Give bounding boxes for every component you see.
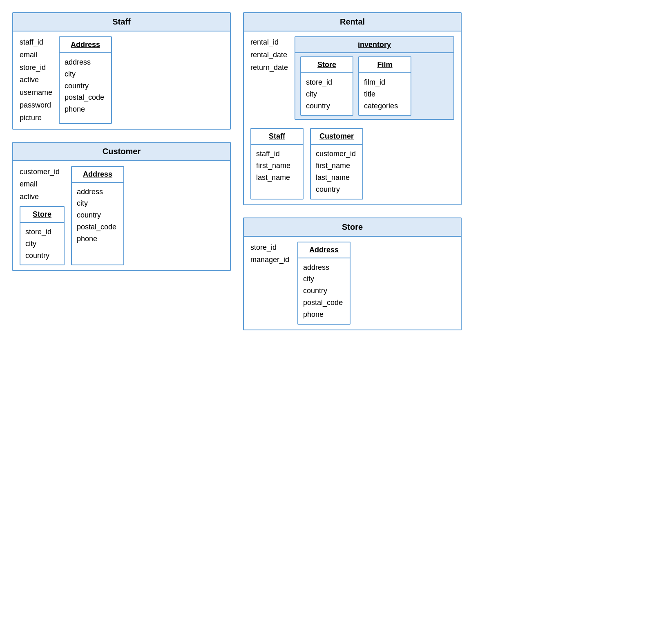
rental-top-fields: rental_id rental_date return_date [250,36,288,73]
rental-staff-title: Staff [251,129,303,145]
inventory-film-fields: film_id title categories [359,73,411,115]
rental-customer-fields: customer_id first_name last_name country [311,145,362,198]
customer-field-1: email [20,178,65,190]
customer-field-0: customer_id [20,166,65,178]
staff-address-title: Address [60,37,111,53]
store-title: Store [244,218,461,237]
rental-entity: Rental rental_id rental_date return_date… [243,12,462,205]
staff-field-0: staff_id [20,36,52,48]
staff-address-entity: Address address city country postal_code… [59,36,112,124]
staff-title: Staff [13,13,230,31]
inventory-film-entity: Film film_id title categories [358,56,411,116]
diagram: Staff staff_id email store_id active use… [12,12,462,330]
rental-customer-entity: Customer customer_id first_name last_nam… [310,128,363,199]
staff-fields: staff_id email store_id active username … [20,36,52,124]
inventory-film-title: Film [359,57,411,73]
rental-staff-fields: staff_id first_name last_name [251,145,303,186]
staff-field-6: picture [20,112,52,124]
store-entity: Store store_id manager_id Address addres… [243,217,462,330]
staff-field-1: email [20,49,52,61]
store-fields: store_id manager_id [250,242,289,325]
customer-field-2: active [20,191,65,203]
store-body: store_id manager_id Address address city… [244,237,461,330]
staff-field-3: active [20,74,52,86]
store-address-fields: address city country postal_code phone [298,258,350,324]
inventory-body: Store store_id city country Film [295,53,453,119]
rental-staff-entity: Staff staff_id first_name last_name [250,128,304,199]
customer-entity: Customer customer_id email active Store … [12,142,231,271]
right-column: Rental rental_id rental_date return_date… [243,12,462,330]
customer-address-title: Address [72,167,123,183]
inventory-store-entity: Store store_id city country [300,56,353,116]
rental-top: rental_id rental_date return_date invent… [250,36,454,120]
customer-body: customer_id email active Store store_id … [13,161,230,271]
staff-field-2: store_id [20,62,52,74]
staff-body: staff_id email store_id active username … [13,31,230,129]
inventory-store-fields: store_id city country [301,73,353,115]
inventory-entity: inventory Store store_id city country [295,36,454,120]
customer-address-fields: address city country postal_code phone [72,183,123,248]
customer-fields: customer_id email active [20,166,65,203]
customer-address-entity: Address address city country postal_code… [71,166,124,266]
inventory-store-title: Store [301,57,353,73]
rental-title: Rental [244,13,461,31]
staff-field-5: password [20,99,52,111]
customer-title: Customer [13,143,230,161]
customer-store-title: Store [20,207,64,223]
staff-field-4: username [20,87,52,99]
store-address-entity: Address address city country postal_code… [297,242,351,325]
staff-entity: Staff staff_id email store_id active use… [12,12,231,130]
left-column: Staff staff_id email store_id active use… [12,12,231,330]
inventory-title: inventory [295,37,453,53]
rental-body: rental_id rental_date return_date invent… [244,31,461,204]
customer-store-fields: store_id city country [20,223,64,265]
store-address-title: Address [298,242,350,258]
rental-bottom: Staff staff_id first_name last_name Cust… [250,128,454,199]
staff-address-fields: address city country postal_code phone [60,53,111,119]
customer-store-entity: Store store_id city country [20,206,65,265]
rental-customer-title: Customer [311,129,362,145]
